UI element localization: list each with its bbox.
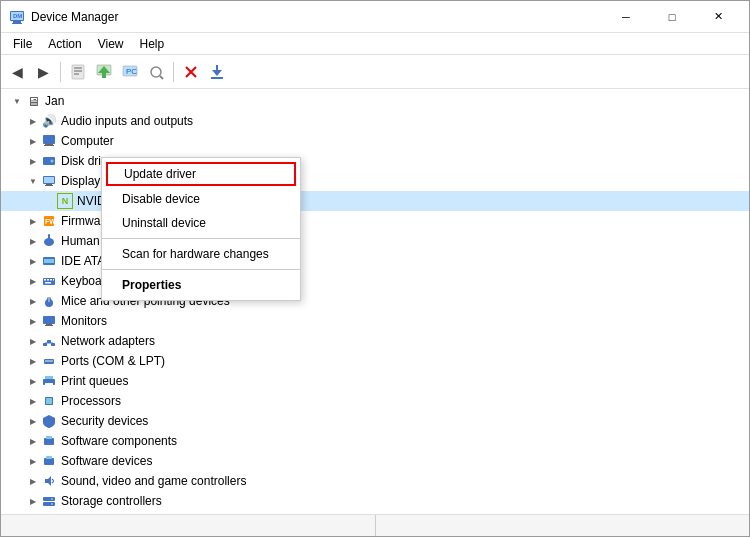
update-driver-toolbar-button[interactable] [92,60,116,84]
tree-item-softcomp[interactable]: ▶ Software components [1,431,749,451]
ide-toggle[interactable]: ▶ [25,253,41,269]
svg-rect-26 [46,184,52,185]
properties-button[interactable] [66,60,90,84]
security-toggle[interactable]: ▶ [25,413,41,429]
device-manager-window: DM Device Manager ─ □ ✕ File Action View… [0,0,750,537]
root-toggle[interactable]: ▼ [9,93,25,109]
keyboards-toggle[interactable]: ▶ [25,273,41,289]
menu-action[interactable]: Action [40,35,89,53]
svg-marker-68 [45,476,51,486]
forward-button[interactable]: ▶ [31,60,55,84]
softcomp-icon [41,433,57,449]
softcomp-toggle[interactable]: ▶ [25,433,41,449]
svg-rect-37 [44,279,46,281]
tree-item-processors[interactable]: ▶ Processors [1,391,749,411]
tree-item-softdev[interactable]: ▶ Software devices [1,451,749,471]
system-toggle[interactable]: ▶ [25,513,41,514]
svg-rect-46 [46,324,52,325]
svg-rect-35 [44,259,54,263]
mice-toggle[interactable]: ▶ [25,293,41,309]
audio-toggle[interactable]: ▶ [25,113,41,129]
sound-toggle[interactable]: ▶ [25,473,41,489]
ports-label: Ports (COM & LPT) [61,354,165,368]
ctx-properties[interactable]: Properties [102,273,300,297]
tree-item-security[interactable]: ▶ Security devices [1,411,749,431]
svg-rect-39 [50,279,52,281]
tree-view[interactable]: ▼ 🖥 Jan ▶ 🔊 Audio inputs and outputs ▶ C… [1,89,749,514]
tree-item-storage[interactable]: ▶ Storage controllers [1,491,749,511]
firmware-toggle[interactable]: ▶ [25,213,41,229]
ctx-disable-device[interactable]: Disable device [102,187,300,211]
hid-toggle[interactable]: ▶ [25,233,41,249]
svg-rect-38 [47,279,49,281]
red-x-button[interactable] [179,60,203,84]
storage-toggle[interactable]: ▶ [25,493,41,509]
print-label: Print queues [61,374,128,388]
softdev-toggle[interactable]: ▶ [25,453,41,469]
audio-icon: 🔊 [41,113,57,129]
display-toggle[interactable]: ▼ [25,173,41,189]
ports-toggle[interactable]: ▶ [25,353,41,369]
svg-point-58 [51,360,53,362]
menu-file[interactable]: File [5,35,40,53]
svg-rect-21 [45,144,53,145]
scan-button[interactable] [144,60,168,84]
computer-label: Computer [61,134,114,148]
tree-item-system[interactable]: ▶ System devices [1,511,749,514]
firmware-icon: FW [41,213,57,229]
svg-rect-18 [216,65,218,70]
ctx-update-driver[interactable]: Update driver [106,162,296,186]
system-icon [41,513,57,514]
toolbar-separator-1 [60,62,61,82]
context-menu: Update driver Disable device Uninstall d… [101,157,301,301]
svg-rect-22 [44,145,54,146]
sound-label: Sound, video and game controllers [61,474,246,488]
nvidia-toggle [41,193,57,209]
title-bar: DM Device Manager ─ □ ✕ [1,1,749,33]
tree-item-network[interactable]: ▶ Network adapters [1,331,749,351]
network-toggle[interactable]: ▶ [25,333,41,349]
ctx-scan[interactable]: Scan for hardware changes [102,242,300,266]
tree-item-sound[interactable]: ▶ Sound, video and game controllers [1,471,749,491]
tree-item-monitors[interactable]: ▶ Monitors [1,311,749,331]
download-button[interactable] [205,60,229,84]
svg-point-72 [51,503,53,505]
processors-label: Processors [61,394,121,408]
status-left [1,515,376,536]
ctx-separator-2 [102,269,300,270]
toolbar-separator-2 [173,62,174,82]
back-button[interactable]: ◀ [5,60,29,84]
monitors-icon [41,313,57,329]
softdev-icon [41,453,57,469]
security-icon [41,413,57,429]
minimize-button[interactable]: ─ [603,7,649,27]
svg-rect-69 [43,497,55,501]
close-button[interactable]: ✕ [695,7,741,27]
menu-help[interactable]: Help [132,35,173,53]
monitors-toggle[interactable]: ▶ [25,313,41,329]
display-icon [41,173,57,189]
network-icon [41,333,57,349]
svg-rect-20 [43,135,55,144]
svg-rect-28 [44,177,54,183]
svg-point-31 [44,238,54,246]
tree-root[interactable]: ▼ 🖥 Jan [1,91,749,111]
svg-point-56 [47,360,49,362]
tree-item-audio[interactable]: ▶ 🔊 Audio inputs and outputs [1,111,749,131]
tree-item-computer[interactable]: ▶ Computer [1,131,749,151]
svg-point-55 [45,360,47,362]
print-toggle[interactable]: ▶ [25,373,41,389]
computer-toggle[interactable]: ▶ [25,133,41,149]
tree-item-print[interactable]: ▶ Print queues [1,371,749,391]
ctx-uninstall-device[interactable]: Uninstall device [102,211,300,235]
processors-toggle[interactable]: ▶ [25,393,41,409]
svg-line-14 [160,76,163,79]
disk-icon [41,153,57,169]
menu-view[interactable]: View [90,35,132,53]
processors-icon [41,393,57,409]
show-hidden-button[interactable]: PC [118,60,142,84]
maximize-button[interactable]: □ [649,7,695,27]
tree-item-ports[interactable]: ▶ Ports (COM & LPT) [1,351,749,371]
disk-toggle[interactable]: ▶ [25,153,41,169]
security-label: Security devices [61,414,148,428]
